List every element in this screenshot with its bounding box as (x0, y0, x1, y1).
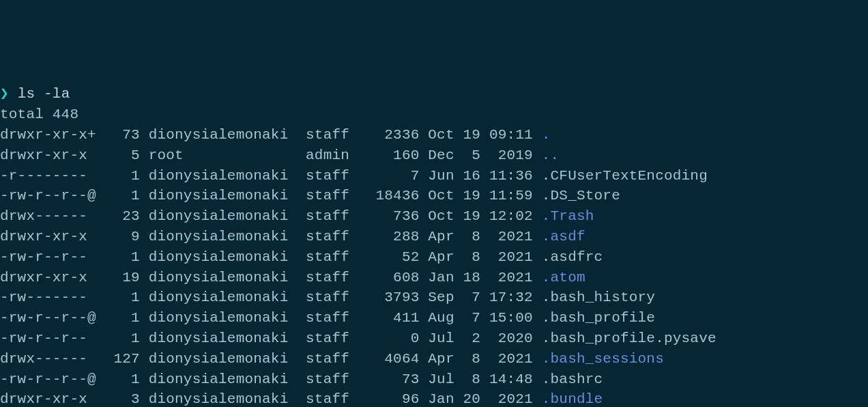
file-entry: .bash_history (542, 290, 655, 305)
command-text: ls -la (18, 86, 70, 102)
file-entry: .bash_sessions (542, 351, 664, 367)
file-entry: .. (542, 148, 560, 163)
file-entry: .bashrc (542, 371, 603, 387)
file-entry: .bundle (542, 391, 603, 407)
total-line: total 448 (0, 107, 78, 122)
file-entry: . (542, 127, 551, 143)
file-entry: .atom (542, 270, 585, 285)
terminal-output[interactable]: ❯ ls -la total 448 drwxr-xr-x+ 73 dionys… (0, 84, 868, 407)
file-entry: .DS_Store (542, 188, 620, 204)
file-entry: .asdf (542, 229, 585, 244)
file-entry: .bash_profile (542, 310, 655, 326)
file-entry: .CFUserTextEncoding (542, 168, 708, 184)
listing-rows: drwxr-xr-x+ 73 dionysialemonaki staff 23… (0, 127, 717, 407)
prompt-symbol: ❯ (0, 86, 9, 102)
file-entry: .asdfrc (542, 249, 603, 265)
file-entry: .bash_profile.pysave (542, 331, 717, 346)
file-entry: .Trash (542, 208, 594, 224)
